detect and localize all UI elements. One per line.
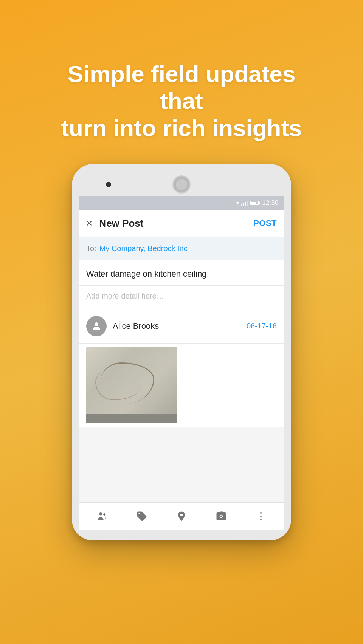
signal-bar-2: [243, 203, 244, 206]
svg-point-8: [260, 516, 262, 517]
app-bar-title: New Post: [99, 218, 143, 229]
phone-speaker: [172, 175, 191, 194]
status-icons: ▾ 12:30: [236, 199, 278, 207]
svg-point-0: [95, 322, 98, 326]
battery-icon: [250, 201, 260, 205]
to-field[interactable]: To: My Company, Bedrock Inc: [79, 237, 284, 260]
damage-photo-bg: [86, 347, 177, 423]
svg-point-2: [104, 513, 106, 516]
wifi-icon: ▾: [236, 200, 239, 206]
status-time: 12:30: [262, 199, 278, 207]
headline-line1: Simple field updates that: [68, 61, 296, 114]
app-bar: × New Post POST: [79, 210, 284, 237]
post-button[interactable]: POST: [253, 218, 277, 228]
tag-icon: [136, 511, 147, 522]
bottom-toolbar: [79, 503, 284, 530]
people-icon: [96, 511, 108, 522]
app-bar-left: × New Post: [86, 218, 143, 229]
person-icon: [91, 320, 102, 332]
subject-text: Water damage on kitchen ceiling: [86, 269, 206, 279]
battery-fill: [251, 202, 256, 204]
toolbar-tag-button[interactable]: [131, 506, 152, 527]
subject-field[interactable]: Water damage on kitchen ceiling: [79, 260, 284, 286]
user-row-left: Alice Brooks: [86, 316, 159, 336]
phone-top-bar: [79, 175, 284, 194]
phone-camera: [106, 182, 111, 187]
battery-body: [250, 201, 259, 205]
toolbar-more-button[interactable]: [250, 506, 271, 527]
empty-section: [79, 427, 284, 503]
phone-device: ▾ 12:30: [72, 164, 291, 540]
svg-point-1: [99, 512, 102, 516]
signal-bar-1: [241, 204, 242, 206]
detail-placeholder: Add more detail here…: [86, 292, 164, 300]
status-bar: ▾ 12:30: [79, 196, 284, 210]
svg-point-7: [260, 512, 262, 514]
toolbar-camera-button[interactable]: [211, 506, 232, 527]
signal-bar-4: [247, 201, 248, 206]
headline: Simple field updates that turn into rich…: [0, 30, 363, 141]
headline-text: Simple field updates that turn into rich…: [30, 60, 333, 141]
close-button[interactable]: ×: [86, 218, 92, 229]
crack-decoration-2: [95, 370, 141, 400]
battery-cap: [259, 202, 260, 204]
more-icon: [255, 511, 267, 522]
post-date: 06-17-16: [247, 322, 277, 330]
toolbar-location-button[interactable]: [171, 506, 192, 527]
to-value[interactable]: My Company, Bedrock Inc: [99, 244, 188, 253]
user-row: Alice Brooks 06-17-16: [79, 309, 284, 344]
svg-point-4: [180, 514, 183, 516]
location-icon: [176, 511, 187, 522]
damage-photo: [86, 347, 177, 423]
phone-speaker-grille: [175, 178, 188, 191]
svg-point-6: [220, 516, 222, 517]
camera-icon: [216, 511, 227, 522]
photo-stripe: [86, 414, 177, 423]
svg-point-9: [260, 519, 262, 520]
signal-icon: [241, 200, 248, 206]
user-name: Alice Brooks: [113, 321, 159, 331]
signal-bar-3: [245, 202, 246, 206]
svg-point-3: [138, 513, 140, 514]
phone-screen: ▾ 12:30: [79, 196, 284, 530]
photo-area: [79, 347, 284, 427]
detail-field[interactable]: Add more detail here…: [79, 286, 284, 309]
toolbar-people-button[interactable]: [92, 506, 113, 527]
to-label: To:: [86, 244, 96, 253]
avatar: [86, 316, 107, 336]
headline-line2: turn into rich insights: [61, 115, 302, 141]
